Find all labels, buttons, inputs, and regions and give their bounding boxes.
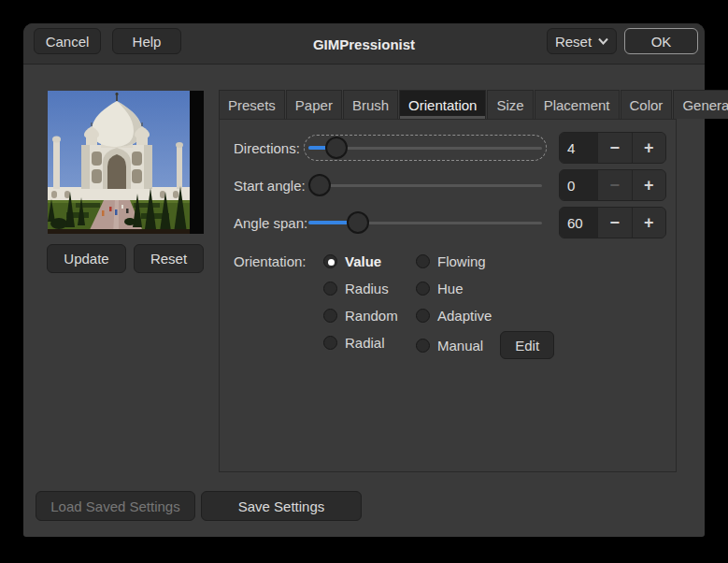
notebook-tabbar: Presets Paper Brush Orientation Size Pla… xyxy=(219,90,677,119)
directions-spinbutton: 4 − + xyxy=(559,132,666,164)
radio-button-icon[interactable] xyxy=(416,254,430,268)
radio-label: Radial xyxy=(345,335,385,351)
tab-size[interactable]: Size xyxy=(487,90,533,119)
radio-button-icon[interactable] xyxy=(323,254,337,268)
radio-label: Adaptive xyxy=(437,308,492,324)
angle-span-slider[interactable] xyxy=(308,207,542,238)
angle-span-spinbutton: 60 − + xyxy=(559,207,666,238)
slider-track xyxy=(308,184,542,187)
update-button[interactable]: Update xyxy=(47,244,126,273)
gimpressionist-dialog: GIMPressionist Cancel Help Reset OK xyxy=(23,23,705,537)
plus-icon[interactable]: + xyxy=(632,133,666,163)
radio-label: Radius xyxy=(345,281,389,296)
start-angle-value[interactable]: 0 xyxy=(560,170,597,200)
orientation-label: Orientation: xyxy=(234,245,307,277)
plus-icon[interactable]: + xyxy=(632,208,666,238)
radio-button-icon[interactable] xyxy=(323,309,337,323)
minus-icon[interactable]: − xyxy=(597,208,632,238)
slider-thumb[interactable] xyxy=(325,137,348,159)
minus-icon[interactable]: − xyxy=(597,133,632,163)
save-settings-button[interactable]: Save Settings xyxy=(201,491,362,521)
angle-span-label: Angle span: xyxy=(234,207,307,238)
radio-value[interactable]: Value xyxy=(323,248,398,275)
tab-color[interactable]: Color xyxy=(621,90,673,119)
reset-dropdown-button[interactable]: Reset xyxy=(547,28,617,54)
minus-icon: − xyxy=(597,170,632,200)
tab-orientation[interactable]: Orientation xyxy=(399,90,486,119)
radio-button-icon[interactable] xyxy=(416,282,430,296)
tab-paper[interactable]: Paper xyxy=(286,90,342,119)
angle-span-value[interactable]: 60 xyxy=(560,208,597,238)
radio-button-icon[interactable] xyxy=(416,309,430,323)
radio-label: Value xyxy=(345,253,381,269)
radio-label: Random xyxy=(345,308,398,324)
directions-label: Directions: xyxy=(234,132,300,164)
ok-button[interactable]: OK xyxy=(624,28,698,54)
start-angle-spinbutton: 0 − + xyxy=(559,169,666,201)
start-angle-label: Start angle: xyxy=(234,169,306,201)
radio-button-icon[interactable] xyxy=(416,339,430,353)
preview-reset-button[interactable]: Reset xyxy=(134,244,204,273)
radio-radius[interactable]: Radius xyxy=(323,275,398,302)
tab-placement[interactable]: Placement xyxy=(535,90,620,119)
orientation-radio-column-left: Value Radius Random Radial xyxy=(323,248,398,356)
radio-label: Hue xyxy=(437,281,464,296)
reset-dropdown-label: Reset xyxy=(555,34,592,50)
orientation-radio-column-right: Flowing Hue Adaptive Manual Edit xyxy=(416,248,554,361)
cancel-button[interactable]: Cancel xyxy=(34,28,101,54)
start-angle-slider[interactable] xyxy=(308,169,542,201)
help-button[interactable]: Help xyxy=(112,28,181,54)
directions-value[interactable]: 4 xyxy=(560,133,597,163)
tab-presets[interactable]: Presets xyxy=(219,90,285,119)
chevron-down-icon xyxy=(598,37,608,45)
radio-label: Manual xyxy=(437,338,483,354)
plus-icon[interactable]: + xyxy=(632,170,666,200)
dialog-header: GIMPressionist Cancel Help Reset OK xyxy=(23,23,705,65)
radio-button-icon[interactable] xyxy=(323,282,337,296)
slider-thumb[interactable] xyxy=(308,174,331,196)
directions-slider[interactable] xyxy=(308,132,542,164)
radio-manual[interactable]: Manual Edit xyxy=(416,329,554,361)
tab-general[interactable]: General xyxy=(673,90,728,119)
slider-thumb[interactable] xyxy=(347,211,369,234)
radio-radial[interactable]: Radial xyxy=(323,329,398,356)
radio-random[interactable]: Random xyxy=(323,302,398,329)
radio-hue[interactable]: Hue xyxy=(416,275,554,302)
radio-flowing[interactable]: Flowing xyxy=(416,248,554,275)
radio-label: Flowing xyxy=(437,253,486,269)
tab-brush[interactable]: Brush xyxy=(343,90,398,119)
load-saved-settings-button: Load Saved Settings xyxy=(36,491,195,521)
radio-button-icon[interactable] xyxy=(323,336,337,350)
preview-image[interactable] xyxy=(48,91,204,234)
edit-button[interactable]: Edit xyxy=(500,331,554,359)
radio-adaptive[interactable]: Adaptive xyxy=(416,302,554,329)
